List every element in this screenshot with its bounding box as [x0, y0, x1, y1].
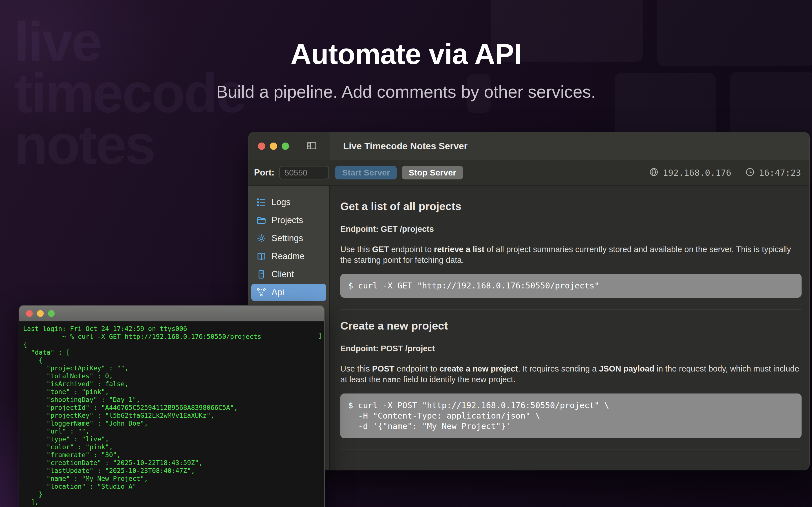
description-segment: create a new project	[439, 364, 518, 373]
hero-subtitle: Build a pipeline. Add comments by other …	[0, 82, 812, 102]
window-title: Live Timecode Notes Server	[343, 141, 467, 152]
folder-icon	[256, 215, 266, 225]
sidebar-item-label: Settings	[271, 233, 303, 243]
sidebar-item-logs[interactable]: Logs	[251, 193, 326, 211]
description-segment: name	[383, 375, 401, 384]
close-button[interactable]	[258, 143, 265, 150]
api-icon	[256, 287, 266, 297]
description-segment: JSON payload	[599, 364, 654, 373]
description-segment: POST	[372, 364, 395, 373]
terminal-window: Last login: Fri Oct 24 17:42:59 on ttys0…	[18, 305, 325, 507]
sidebar-item-label: Logs	[271, 197, 290, 207]
sidebar-item-label: Readme	[271, 251, 305, 262]
description-segment: GET	[372, 245, 389, 254]
minimize-button[interactable]	[270, 143, 277, 150]
description-segment: Use this	[340, 245, 372, 254]
list-icon	[256, 197, 266, 207]
globe-icon	[649, 167, 659, 178]
watermark-line: notes	[14, 119, 245, 170]
terminal-overflow-bracket: ]	[318, 332, 322, 339]
description-segment: . It requires sending a	[518, 364, 599, 373]
description-segment: field to identify the new project.	[401, 375, 515, 384]
section-description: Use this POST endpoint to create a new p…	[340, 363, 802, 385]
sidebar-item-api[interactable]: Api	[251, 284, 326, 301]
clock-icon	[745, 167, 755, 178]
zoom-button[interactable]	[282, 143, 289, 150]
server-address: 192.168.0.176	[649, 167, 731, 178]
stop-server-button[interactable]: Stop Server	[402, 166, 463, 179]
endpoint-label: Endpoint: POST /project	[340, 344, 802, 353]
toolbar: Port: Start Server Stop Server 192.168.0…	[248, 160, 809, 186]
sidebar-toggle-button[interactable]	[306, 140, 317, 152]
sidebar-item-client[interactable]: Client	[251, 266, 326, 283]
ip-address: 192.168.0.176	[663, 168, 731, 178]
terminal-body: Last login: Fri Oct 24 17:42:59 on ttys0…	[19, 321, 324, 507]
server-clock: 16:47:23	[745, 167, 801, 178]
gear-icon	[256, 233, 266, 243]
api-doc-content: Get a list of all projectsEndpoint: GET …	[329, 186, 809, 470]
sidebar-toggle-icon	[306, 147, 317, 152]
section-heading: Create a new project	[340, 320, 802, 332]
section-divider	[340, 450, 802, 450]
clock-time: 16:47:23	[759, 168, 801, 178]
book-icon	[256, 251, 266, 262]
minimize-button[interactable]	[37, 310, 44, 317]
sidebar-item-readme[interactable]: Readme	[251, 247, 326, 265]
sidebar-item-settings[interactable]: Settings	[251, 230, 326, 247]
description-segment: retrieve a list	[434, 245, 485, 254]
description-segment: Use this	[340, 364, 372, 373]
server-window: Live Timecode Notes Server Port: Start S…	[248, 132, 810, 470]
start-server-button[interactable]: Start Server	[335, 166, 397, 179]
port-label: Port:	[254, 168, 274, 178]
section-description: Use this GET endpoint to retrieve a list…	[340, 244, 802, 265]
window-titlebar: Live Timecode Notes Server	[248, 132, 809, 160]
window-body: LogsProjectsSettingsReadmeClientApi Get …	[248, 186, 809, 470]
hero: Automate via API Build a pipeline. Add c…	[0, 0, 812, 102]
section-heading: Get a list of all projects	[340, 200, 802, 213]
sidebar-item-projects[interactable]: Projects	[251, 212, 326, 229]
port-input[interactable]	[280, 166, 329, 179]
zoom-button[interactable]	[48, 310, 55, 317]
code-block: $ curl -X POST "http://192.168.0.176:505…	[340, 393, 802, 438]
client-icon	[256, 269, 266, 279]
code-block: $ curl -X GET "http://192.168.0.176:5055…	[340, 274, 802, 298]
sidebar-item-label: Client	[271, 269, 294, 279]
page-background: { "hero": { "title": "Automate via API",…	[0, 0, 812, 507]
close-button[interactable]	[26, 310, 33, 317]
section-divider	[340, 309, 802, 309]
description-segment: endpoint to	[389, 245, 434, 254]
hero-title: Automate via API	[0, 38, 812, 71]
terminal-output: Last login: Fri Oct 24 17:42:59 on ttys0…	[23, 325, 324, 507]
sidebar-item-label: Projects	[271, 215, 303, 225]
endpoint-label: Endpoint: GET /projects	[340, 224, 802, 234]
traffic-lights	[258, 143, 289, 150]
description-segment: endpoint to	[395, 364, 440, 373]
terminal-titlebar	[19, 305, 324, 321]
sidebar-item-label: Api	[271, 287, 284, 297]
